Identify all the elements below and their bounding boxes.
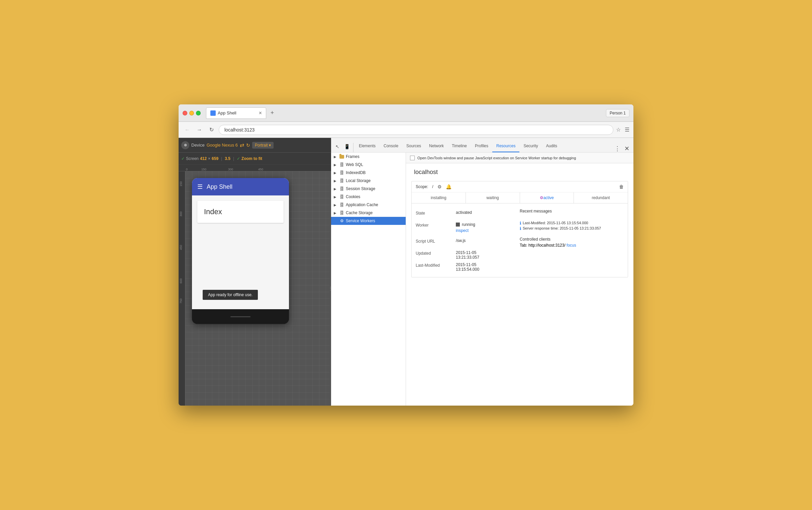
sw-running-text: running [462,222,475,227]
cursor-icon[interactable]: ↖ [334,143,341,150]
browser-tab[interactable]: App Shell × [206,107,266,119]
ruler-tick-450: 450 [258,168,263,171]
zoom-label: Zoom to fit [241,156,262,161]
sw-state-value: activated [456,210,520,215]
tab-elements[interactable]: Elements [355,140,380,152]
hamburger-icon[interactable]: ☰ [197,183,203,191]
device-sub-toolbar: ✓ Screen 412 × 659 | 3.5 | ✓ Zoom to fit [179,152,331,165]
sw-inspect-link[interactable]: inspect [456,228,475,233]
tree-item-frames[interactable]: ▶ Frames [331,152,406,161]
sw-controlled-label: Controlled clients [520,237,624,242]
minimize-button[interactable] [189,111,194,115]
forward-button[interactable]: → [194,125,204,135]
sw-status-tab-waiting[interactable]: waiting [466,192,520,203]
sw-debug-checkbox[interactable] [410,155,415,160]
sw-bell-icon[interactable]: 🔔 [446,184,451,190]
maximize-button[interactable] [196,111,201,115]
ruler-tick-v-750: 750 [179,299,183,304]
devtools-main: ▶ Frames ▶ 🗄 Web SQL [331,152,633,405]
sw-active-dot: ⚙ [540,195,543,200]
phone-area: ☰ App Shell Index App ready for offline … [185,171,330,405]
sw-stop-button[interactable] [456,223,460,227]
index-card: Index [197,201,283,223]
tree-item-appcache[interactable]: ▶ 🗄 Application Cache [331,201,406,209]
back-button[interactable]: ← [183,125,192,135]
new-tab-button[interactable]: + [268,108,277,118]
sw-state-detail: State activated [416,209,520,218]
screen-width: 412 [200,156,207,161]
device-toolbar: ⊗ Device Google Nexus 6 ⇄ ↻ Portrait ▾ [179,138,331,152]
tree-label-appcache: Application Cache [346,202,378,207]
ruler-left: 150 300 450 600 750 [179,171,185,405]
db-icon-appcache: 🗄 [339,202,344,207]
bookmark-icon[interactable]: ☆ [616,126,621,133]
tree-item-cookies[interactable]: ▶ 🗄 Cookies [331,193,406,201]
tab-network[interactable]: Network [425,140,448,152]
sw-worker-left: Worker running inspect [416,221,520,234]
tree-item-websql[interactable]: ▶ 🗄 Web SQL [331,161,406,169]
tree-arrow-cachestorage: ▶ [334,211,338,215]
sw-status-installing-label: installing [431,195,447,200]
reload-button[interactable]: ↻ [207,125,216,135]
sw-settings-icon[interactable]: ⚙ [438,184,442,190]
sw-status-waiting-label: waiting [486,195,499,200]
phone-icon[interactable]: 📱 [343,143,351,150]
portrait-button[interactable]: Portrait ▾ [252,142,274,149]
tree-label-cachestorage: Cache Storage [346,210,372,215]
nav-icons: ☆ ☰ [616,126,629,133]
refresh-icon[interactable]: ↻ [246,143,250,148]
tree-arrow-cookies: ▶ [334,195,338,199]
screen-check: ✓ [181,156,185,161]
app-title-text: App Shell [207,183,233,191]
ruler-tick-v-150: 150 [179,181,183,187]
sw-status-tabs: installing waiting ⚙ active [412,192,628,203]
panel-resize-handle[interactable] [330,171,331,405]
tree-item-indexeddb[interactable]: ▶ 🗄 IndexedDB [331,169,406,177]
db-icon-websql: 🗄 [339,162,344,167]
sw-focus-link[interactable]: focus [567,243,576,248]
close-button[interactable] [183,111,187,115]
db-icon-cachestorage: 🗄 [339,210,344,216]
tab-timeline[interactable]: Timeline [448,140,471,152]
tree-label-sessionstorage: Session Storage [346,187,375,191]
sw-updated-label: Updated [416,250,456,256]
swap-icon[interactable]: ⇄ [240,142,244,148]
tab-sources[interactable]: Sources [402,140,425,152]
sw-status-tab-redundant[interactable]: redundant [574,192,628,203]
tree-item-cachestorage[interactable]: ▶ 🗄 Cache Storage [331,209,406,217]
sw-scope-label: Scope: [416,185,428,189]
profile-button[interactable]: Person 1 [606,109,629,117]
devtools-tabs: ↖ 📱 Elements Console Sources Network Tim… [331,138,633,152]
sw-status-tab-installing[interactable]: installing [412,192,466,203]
tree-item-localstorage[interactable]: ▶ 🗄 Local Storage [331,177,406,185]
sw-worker-row: Worker running inspect [416,220,624,235]
tab-audits[interactable]: Audits [542,140,561,152]
tree-item-sessionstorage[interactable]: ▶ 🗄 Session Storage [331,185,406,193]
tab-console[interactable]: Console [380,140,402,152]
tree-item-serviceworkers[interactable]: ⚙ Service Workers [331,217,406,225]
tree-label-localstorage: Local Storage [346,178,370,183]
sw-state-row: State activated Recent messages [416,207,624,220]
tree-arrow-frames: ▶ [334,155,338,159]
address-bar[interactable]: localhost:3123 [219,125,613,135]
phone-nav-indicator [231,316,250,317]
dt-close-button[interactable]: ✕ [623,145,631,152]
sw-script-detail: Script URL /sw.js [416,237,520,246]
sw-icon: ⚙ [339,218,344,224]
sw-card: Scope: / ⚙ 🔔 🗑 installing [411,181,628,277]
sw-status-tab-active[interactable]: ⚙ active [520,192,574,203]
tab-close-button[interactable]: × [259,110,262,116]
screen-x: × [208,156,210,161]
screen-label: Screen [186,156,199,161]
sw-info-icon-1: ℹ [520,221,521,226]
sw-delete-icon[interactable]: 🗑 [619,184,624,190]
device-panel: ⊗ Device Google Nexus 6 ⇄ ↻ Portrait ▾ ✓… [179,138,331,405]
menu-icon[interactable]: ☰ [625,126,629,133]
screen-height: 659 [212,156,218,161]
tab-profiles[interactable]: Profiles [471,140,492,152]
dt-more-button[interactable]: ⋮ [612,145,623,152]
device-name[interactable]: Google Nexus 6 [207,143,238,148]
ruler-tick-0: 0 [186,168,188,171]
tab-security[interactable]: Security [519,140,542,152]
tab-resources[interactable]: Resources [492,140,519,152]
